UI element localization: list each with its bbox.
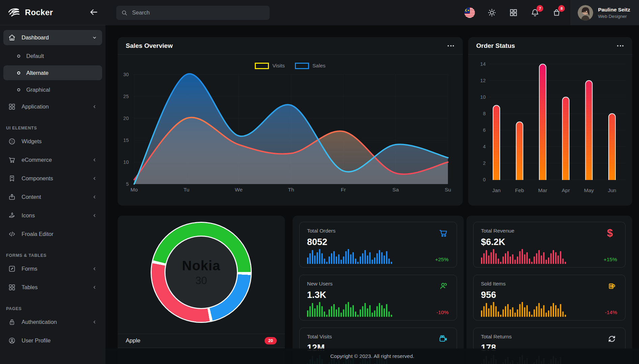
svg-text:10: 10 [123,159,129,165]
sales-overview-card: Sales Overview Visits Sales 51015 [118,37,463,206]
sidebar-item-graphical[interactable]: Graphical [3,82,102,97]
stat-label: Sold Items [481,281,618,287]
sales-card-header: Sales Overview [118,37,463,55]
stats-panel-left: Total Orders 8052 +25% New Users 1.3K -1… [293,216,464,364]
sparkline-chart [481,301,567,317]
theme-toggle-button[interactable] [487,8,496,17]
footer: Copyright © 2023. All right reserved. [105,348,639,364]
sidebar: Rocker Dashboard Default Alternate Graph… [0,0,105,364]
svg-text:8: 8 [483,111,486,116]
notifications-button[interactable]: 7 [530,8,540,17]
sidebar-item-alternate[interactable]: Alternate [3,65,102,80]
cart-bag-button[interactable]: 8 [552,8,561,17]
sales-card-menu-button[interactable] [447,44,455,48]
donut-row-badge: 20 [265,337,277,344]
svg-text:4: 4 [483,144,486,149]
search-box[interactable] [116,6,270,20]
svg-text:Tu: Tu [183,187,189,192]
chevron-left-icon [92,157,97,163]
chevron-down-icon [92,35,97,40]
donut-chart: Nokia 30 [152,223,251,322]
dollar-icon: $ [607,227,613,239]
stat-value: $6.2K [481,237,618,247]
stats-panel-right: Total Revenue $6.2K $ +15% Sold Items 95… [466,216,632,364]
topbar: 7 8 [105,0,639,25]
chevron-left-icon [92,266,97,272]
svg-text:Su: Su [445,187,451,192]
pencil-square-icon [8,265,16,273]
chevron-left-icon [92,213,97,218]
sidebar-item-default[interactable]: Default [3,49,102,63]
lock-icon [8,318,16,326]
svg-text:Mar: Mar [538,187,547,193]
sidebar-item-dashboard[interactable]: Dashboard [3,30,102,45]
bookmark-heart-icon [8,175,16,182]
sidebar-collapse-button[interactable] [89,7,99,18]
sidebar-section-pages: PAGES [3,298,102,314]
cart-icon [438,228,448,238]
legend-item-visits[interactable]: Visits [255,63,285,69]
sidebar-item-ecommerce[interactable]: eCommerce [3,152,102,168]
stat-label: New Users [307,281,449,287]
camera-icon [438,334,448,344]
apps-grid-button[interactable] [509,8,518,17]
dashboard-app: Rocker Dashboard Default Alternate Graph… [0,0,639,364]
sidebar-item-widgets[interactable]: Widgets [3,134,102,149]
stat-delta: -14% [605,309,617,315]
avatar-image [578,5,593,21]
sidebar-item-content[interactable]: Content [3,189,102,205]
sidebar-item-user-profile[interactable]: User Profile [3,333,102,348]
svg-text:Feb: Feb [515,187,524,193]
order-status-bar-chart: 02468101214JanFebMarAprMayJun [468,55,632,204]
sidebar-item-froala-editor[interactable]: Froala Editor [3,226,102,242]
donut-center: Nokia 30 [164,236,238,309]
stat-value: 956 [481,290,618,300]
legend-label-visits: Visits [272,63,285,69]
order-status-card: Order Status 02468101214JanFebMarAprMayJ… [468,37,632,206]
sales-card-title: Sales Overview [126,42,173,50]
sidebar-item-icons[interactable]: Icons [3,208,102,223]
cart-icon [8,156,16,164]
svg-text:Sa: Sa [392,187,399,192]
legend-item-sales[interactable]: Sales [295,63,326,69]
cookie-icon [8,138,16,145]
footer-text: Copyright © 2023. All right reserved. [330,353,414,359]
svg-text:Th: Th [288,187,294,192]
mug-icon [607,281,617,291]
user-menu[interactable]: Pauline Seitz Web Designer [571,0,639,25]
svg-text:25: 25 [123,94,129,99]
main-content: Sales Overview Visits Sales 51015 [105,25,639,364]
sidebar-item-application[interactable]: Application [3,99,102,114]
chevron-left-icon [92,319,97,325]
sidebar-item-components[interactable]: Components [3,171,102,186]
hand-drop-icon [8,212,16,219]
donut-list-item-apple[interactable]: Apple 20 [118,334,285,348]
search-input[interactable] [131,9,265,16]
stat-label: Total Visits [307,334,449,340]
language-flag-button[interactable] [464,7,475,18]
chevron-left-icon [92,284,97,290]
sidebar-item-forms[interactable]: Forms [3,261,102,276]
sparkline-chart [481,248,567,264]
stat-delta: +15% [604,256,617,263]
svg-text:Jun: Jun [608,187,616,193]
svg-text:5: 5 [126,181,129,187]
stat-card-total-orders: Total Orders 8052 +25% [299,222,457,268]
order-card-title: Order Status [476,42,515,50]
home-icon [8,34,16,41]
donut-center-label: Nokia [182,258,220,273]
svg-text:20: 20 [123,116,129,121]
search-icon [121,9,128,16]
sidebar-item-authentication[interactable]: Authentication [3,314,102,330]
svg-text:14: 14 [480,61,486,67]
brand-name: Rocker [25,8,53,17]
person-icon [438,281,448,291]
sidebar-header: Rocker [0,0,105,25]
sparkline-chart [307,301,393,317]
order-card-menu-button[interactable] [616,44,624,48]
box-arrow-icon [8,193,16,201]
sidebar-item-tables[interactable]: Tables [3,280,102,295]
sidebar-menu: Dashboard Default Alternate GraphicalApp… [0,25,105,348]
stat-card-new-users: New Users 1.3K -10% [299,275,457,321]
svg-text:Mo: Mo [130,187,138,192]
